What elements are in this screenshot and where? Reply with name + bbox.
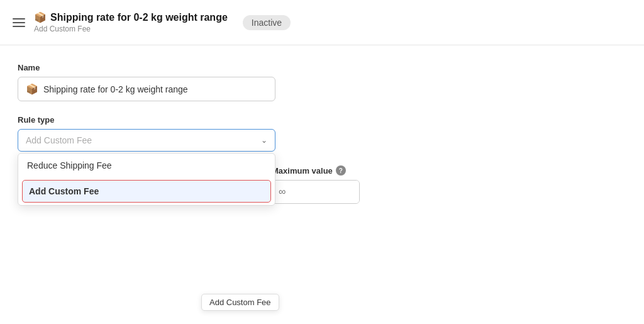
header-subtitle: Add Custom Fee [34, 25, 228, 33]
dropdown-menu: Reduce Shipping Fee Add Custom Fee [18, 153, 275, 206]
header-title-area: 📦 Shipping rate for 0-2 kg weight range … [34, 11, 228, 33]
main-content: Name 📦 Shipping rate for 0-2 kg weight r… [0, 45, 644, 216]
name-input-text: Shipping rate for 0-2 kg weight range [43, 84, 188, 94]
status-badge: Inactive [243, 15, 291, 30]
name-form-group: Name 📦 Shipping rate for 0-2 kg weight r… [18, 63, 626, 101]
package-icon: 📦 [34, 11, 47, 23]
max-value-input[interactable] [272, 181, 360, 203]
help-icon[interactable]: ? [336, 165, 346, 176]
rule-type-select[interactable]: Add Custom Fee ⌄ [18, 129, 275, 152]
dropdown-item-reduce[interactable]: Reduce Shipping Fee [18, 154, 275, 177]
dropdown-item-add-custom[interactable]: Add Custom Fee [22, 180, 271, 203]
name-input-display[interactable]: 📦 Shipping rate for 0-2 kg weight range [18, 77, 275, 101]
max-value-label: Maximum value [272, 166, 333, 176]
max-label-row: Maximum value ? [272, 165, 360, 176]
rule-type-wrapper: Add Custom Fee ⌄ Reduce Shipping Fee Add… [18, 129, 275, 152]
max-value-input-group: $ [272, 180, 360, 204]
name-package-icon: 📦 [26, 83, 38, 95]
rule-type-form-group: Rule type Add Custom Fee ⌄ Reduce Shippi… [18, 115, 626, 152]
app-header: 📦 Shipping rate for 0-2 kg weight range … [0, 0, 644, 45]
hamburger-menu-icon[interactable] [13, 18, 25, 27]
tooltip: Add Custom Fee [201, 294, 279, 311]
header-title: 📦 Shipping rate for 0-2 kg weight range [34, 11, 228, 23]
rule-type-label: Rule type [18, 115, 626, 125]
rule-type-placeholder: Add Custom Fee [26, 135, 92, 145]
max-value-group: Maximum value ? $ [272, 165, 360, 204]
header-title-text: Shipping rate for 0-2 kg weight range [50, 12, 228, 23]
name-label: Name [18, 63, 626, 72]
chevron-down-icon: ⌄ [261, 136, 267, 145]
